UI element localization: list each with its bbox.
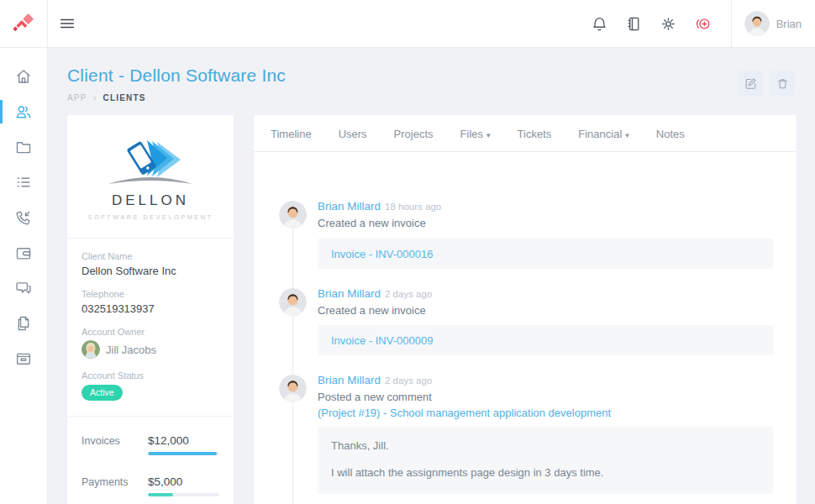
- user-name: Brian: [776, 18, 802, 30]
- sidebar-item-documents[interactable]: [0, 306, 48, 341]
- invoice-link[interactable]: Invoice - INV-000009: [331, 334, 433, 347]
- gear-icon[interactable]: [660, 15, 677, 33]
- entry-reference-box: Invoice - INV-000009: [318, 325, 773, 355]
- status-badge: Active: [82, 385, 123, 401]
- tab-label: Files: [460, 128, 483, 140]
- users-icon: [14, 102, 33, 121]
- entry-author-link[interactable]: Brian Millard: [318, 287, 381, 300]
- sidebar-item-clients[interactable]: [0, 94, 48, 129]
- documents-icon: [14, 314, 33, 333]
- stat-label: Invoices: [82, 433, 148, 455]
- stat-value: $5,000: [148, 475, 219, 488]
- timeline-entry: Brian Millard2 days agoCreated a new inv…: [318, 287, 773, 356]
- entry-author-link[interactable]: Brian Millard: [318, 200, 381, 213]
- invoice-link[interactable]: Invoice - INV-000016: [331, 248, 433, 260]
- entry-avatar: [279, 375, 307, 402]
- user-menu[interactable]: Brian: [731, 0, 815, 47]
- tab-users[interactable]: Users: [325, 115, 381, 151]
- app-logo[interactable]: [0, 0, 48, 47]
- client-info-card: DELLON SOFTWARE DEVELOPMENT Client NameD…: [67, 115, 234, 504]
- breadcrumb-app[interactable]: APP: [67, 93, 87, 102]
- entry-reference-box: Invoice - INV-000016: [318, 239, 773, 269]
- client-logo-tagline: SOFTWARE DEVELOPMENT: [76, 213, 225, 221]
- tab-label: Projects: [394, 128, 434, 140]
- tab-tickets[interactable]: Tickets: [504, 115, 565, 151]
- home-icon: [14, 67, 33, 86]
- entry-project-link[interactable]: (Project #19) - School management applic…: [318, 407, 773, 419]
- account-owner: Jill Jacobs: [82, 340, 219, 359]
- entry-author-link[interactable]: Brian Millard: [318, 374, 381, 386]
- comment-text: Thanks, Jill.: [331, 438, 760, 454]
- client-fields: Client NameDellon Software IncTelephone0…: [67, 239, 234, 417]
- field-client-name: Client NameDellon Software Inc: [82, 251, 219, 277]
- timeline-entry: Brian Millard2 days agoPosted a new comm…: [318, 374, 773, 494]
- field-account-status: Account StatusActive: [82, 370, 219, 401]
- timeline-entry: Brian Millard18 hours agoCreated a new i…: [318, 200, 773, 269]
- field-account-owner: Account OwnerJill Jacobs: [82, 327, 219, 359]
- tab-bar: TimelineUsersProjectsFiles▾TicketsFinanc…: [254, 115, 797, 152]
- notebook-icon[interactable]: [625, 15, 643, 33]
- hamburger-menu-icon[interactable]: [58, 14, 76, 33]
- tab-label: Financial: [578, 128, 622, 140]
- entry-timestamp: 18 hours ago: [385, 202, 441, 212]
- breadcrumb: APP › CLIENTS: [67, 92, 286, 102]
- tab-files[interactable]: Files▾: [447, 115, 504, 151]
- quick-add-icon[interactable]: [694, 15, 712, 33]
- client-logo-name: DELLON: [76, 192, 225, 209]
- edit-client-button[interactable]: [738, 71, 763, 96]
- page-title: Client - Dellon Software Inc: [67, 66, 286, 86]
- stat-progress-track: [148, 493, 219, 496]
- app-logo-icon: [12, 12, 35, 35]
- folder-icon: [14, 138, 33, 156]
- trash-icon: [776, 76, 790, 91]
- sidebar-item-archive[interactable]: [0, 341, 48, 376]
- sidebar-item-home[interactable]: [0, 59, 48, 94]
- field-telephone: Telephone032519313937: [82, 289, 219, 315]
- sidebar-item-messages[interactable]: [0, 270, 48, 306]
- stat-progress-fill: [148, 452, 217, 455]
- stat-value: $12,000: [148, 434, 219, 447]
- timeline-feed: Brian Millard18 hours agoCreated a new i…: [254, 152, 797, 504]
- field-label: Telephone: [82, 289, 219, 299]
- field-label: Account Owner: [82, 327, 219, 337]
- tab-label: Timeline: [271, 128, 312, 140]
- comment-box: Thanks, Jill.I will attach the assignmen…: [318, 427, 773, 494]
- owner-avatar: [82, 340, 100, 359]
- client-logo-art: [98, 135, 202, 191]
- field-value: Dellon Software Inc: [82, 265, 219, 277]
- sidebar-item-payments[interactable]: [0, 235, 48, 270]
- topbar: Brian: [0, 0, 815, 48]
- tab-label: Users: [339, 128, 367, 140]
- entry-avatar: [279, 288, 307, 316]
- entry-action-text: Posted a new comment: [318, 390, 773, 405]
- list-icon: [14, 173, 33, 192]
- timeline-line: [292, 207, 293, 504]
- entry-action-text: Created a new invoice: [318, 216, 773, 231]
- tab-financial[interactable]: Financial▾: [565, 115, 643, 151]
- sidebar-item-projects[interactable]: [0, 129, 48, 165]
- sidebar-item-tasks[interactable]: [0, 165, 48, 200]
- field-label: Account Status: [82, 370, 219, 381]
- client-stats: Invoices$12,000Payments$5,000Completed P…: [67, 417, 234, 504]
- stat-progress-fill: [148, 493, 173, 496]
- chevron-right-icon: ›: [93, 92, 97, 102]
- edit-icon: [744, 76, 758, 91]
- comment-text: I will attach the assignments page desig…: [331, 465, 760, 480]
- tab-projects[interactable]: Projects: [381, 115, 447, 151]
- sidebar-item-calls[interactable]: [0, 200, 48, 235]
- bell-icon[interactable]: [591, 15, 608, 33]
- chevron-down-icon: ▾: [486, 131, 491, 139]
- delete-client-button[interactable]: [770, 71, 795, 96]
- owner-name: Jill Jacobs: [106, 344, 156, 356]
- main-content: Client - Dellon Software Inc APP › CLIEN…: [48, 48, 815, 504]
- entry-timestamp: 2 days ago: [385, 289, 432, 299]
- tab-label: Notes: [656, 128, 685, 140]
- stat-invoices: Invoices$12,000: [82, 433, 219, 455]
- entry-timestamp: 2 days ago: [385, 375, 432, 386]
- breadcrumb-clients[interactable]: CLIENTS: [103, 93, 146, 102]
- user-avatar: [744, 11, 770, 36]
- stat-payments: Payments$5,000: [82, 475, 219, 496]
- tab-timeline[interactable]: Timeline: [257, 115, 325, 151]
- tab-notes[interactable]: Notes: [643, 115, 698, 151]
- client-logo: DELLON SOFTWARE DEVELOPMENT: [67, 115, 234, 239]
